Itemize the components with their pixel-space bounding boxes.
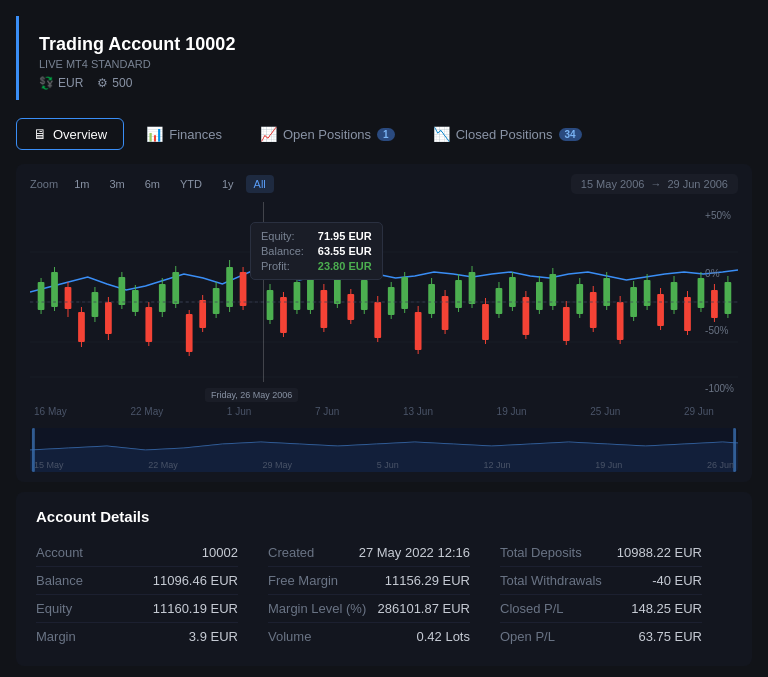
- x-label-5: 19 Jun: [497, 406, 527, 417]
- closed-positions-badge: 34: [559, 128, 582, 141]
- detail-equity: Equity 11160.19 EUR: [36, 595, 238, 623]
- details-col-1: Account 10002 Balance 11096.46 EUR Equit…: [36, 539, 268, 650]
- x-label-6: 25 Jun: [590, 406, 620, 417]
- mini-x-3: 5 Jun: [377, 460, 399, 470]
- y-label-50p: +50%: [705, 210, 734, 221]
- mini-x-6: 26 Jun: [707, 460, 734, 470]
- currency-value: EUR: [58, 76, 83, 90]
- value-equity: 11160.19 EUR: [153, 601, 238, 616]
- tooltip-equity-row: Equity: 71.95 EUR: [261, 230, 372, 242]
- account-details-section: Account Details Account 10002 Balance 11…: [16, 492, 752, 666]
- mini-x-5: 19 Jun: [595, 460, 622, 470]
- finances-icon: 📊: [146, 126, 163, 142]
- detail-total-withdrawals: Total Withdrawals -40 EUR: [500, 567, 702, 595]
- x-label-2: 1 Jun: [227, 406, 251, 417]
- account-title: Trading Account 10002: [39, 34, 732, 55]
- mini-x-0: 15 May: [34, 460, 64, 470]
- zoom-bar: Zoom 1m 3m 6m YTD 1y All 15 May 2006 → 2…: [30, 174, 738, 194]
- open-positions-badge: 1: [377, 128, 395, 141]
- label-free-margin: Free Margin: [268, 573, 338, 588]
- detail-open-pl: Open P/L 63.75 EUR: [500, 623, 702, 650]
- detail-free-margin: Free Margin 11156.29 EUR: [268, 567, 470, 595]
- detail-margin: Margin 3.9 EUR: [36, 623, 238, 650]
- main-chart[interactable]: Equity: 71.95 EUR Balance: 63.55 EUR Pro…: [30, 202, 738, 402]
- x-label-7: 29 Jun: [684, 406, 714, 417]
- label-margin: Margin: [36, 629, 76, 644]
- x-label-4: 13 Jun: [403, 406, 433, 417]
- label-margin-level: Margin Level (%): [268, 601, 366, 616]
- value-balance: 11096.46 EUR: [153, 573, 238, 588]
- y-axis: +50% 0% -50% -100%: [705, 202, 734, 402]
- date-range: 15 May 2006 → 29 Jun 2006: [571, 174, 738, 194]
- currency-icon: 💱: [39, 76, 54, 90]
- mini-x-1: 22 May: [148, 460, 178, 470]
- open-positions-icon: 📈: [260, 126, 277, 142]
- details-grid: Account 10002 Balance 11096.46 EUR Equit…: [36, 539, 732, 650]
- zoom-6m[interactable]: 6m: [137, 175, 168, 193]
- value-closed-pl: 148.25 EUR: [631, 601, 702, 616]
- details-col-3: Total Deposits 10988.22 EUR Total Withdr…: [500, 539, 732, 650]
- chart-svg: [30, 202, 738, 402]
- value-volume: 0.42 Lots: [417, 629, 471, 644]
- chart-section: Zoom 1m 3m 6m YTD 1y All 15 May 2006 → 2…: [16, 164, 752, 482]
- account-header: Trading Account 10002 LIVE MT4 STANDARD …: [16, 16, 752, 100]
- detail-balance: Balance 11096.46 EUR: [36, 567, 238, 595]
- x-label-1: 22 May: [130, 406, 163, 417]
- label-open-pl: Open P/L: [500, 629, 555, 644]
- zoom-ytd[interactable]: YTD: [172, 175, 210, 193]
- label-account: Account: [36, 545, 83, 560]
- tooltip-balance-label: Balance:: [261, 245, 304, 257]
- overview-icon: 🖥: [33, 126, 47, 142]
- nav-open-positions-label: Open Positions: [283, 127, 371, 142]
- label-equity: Equity: [36, 601, 72, 616]
- navigation: 🖥 Overview 📊 Finances 📈 Open Positions 1…: [0, 108, 768, 160]
- zoom-1y[interactable]: 1y: [214, 175, 242, 193]
- x-axis-area: Friday, 26 May 2006 16 May 22 May 1 Jun …: [30, 402, 738, 424]
- closed-positions-icon: 📉: [433, 126, 450, 142]
- value-open-pl: 63.75 EUR: [638, 629, 702, 644]
- date-to: 29 Jun 2006: [667, 178, 728, 190]
- y-label-0: 0%: [705, 268, 734, 279]
- nav-open-positions[interactable]: 📈 Open Positions 1: [244, 119, 411, 149]
- details-col-2: Created 27 May 2022 12:16 Free Margin 11…: [268, 539, 500, 650]
- detail-total-deposits: Total Deposits 10988.22 EUR: [500, 539, 702, 567]
- mini-x-4: 12 Jun: [483, 460, 510, 470]
- nav-overview[interactable]: 🖥 Overview: [16, 118, 124, 150]
- zoom-3m[interactable]: 3m: [101, 175, 132, 193]
- nav-finances[interactable]: 📊 Finances: [130, 119, 238, 149]
- value-margin: 3.9 EUR: [189, 629, 238, 644]
- cursor-date-label: Friday, 26 May 2006: [205, 388, 298, 402]
- label-total-deposits: Total Deposits: [500, 545, 582, 560]
- nav-overview-label: Overview: [53, 127, 107, 142]
- x-label-3: 7 Jun: [315, 406, 339, 417]
- tooltip-balance-row: Balance: 63.55 EUR: [261, 245, 372, 257]
- nav-closed-positions[interactable]: 📉 Closed Positions 34: [417, 119, 598, 149]
- label-created: Created: [268, 545, 314, 560]
- leverage-value: 500: [112, 76, 132, 90]
- account-meta: 💱 EUR ⚙ 500: [39, 76, 732, 90]
- tooltip-equity-value: 71.95 EUR: [318, 230, 372, 242]
- account-subtitle: LIVE MT4 STANDARD: [39, 58, 732, 70]
- mini-x-labels: 15 May 22 May 29 May 5 Jun 12 Jun 19 Jun…: [30, 460, 738, 470]
- chart-tooltip: Equity: 71.95 EUR Balance: 63.55 EUR Pro…: [250, 222, 383, 280]
- value-total-withdrawals: -40 EUR: [652, 573, 702, 588]
- value-account: 10002: [202, 545, 238, 560]
- tooltip-profit-label: Profit:: [261, 260, 290, 272]
- value-total-deposits: 10988.22 EUR: [617, 545, 702, 560]
- tooltip-profit-row: Profit: 23.80 EUR: [261, 260, 372, 272]
- label-closed-pl: Closed P/L: [500, 601, 564, 616]
- account-details-title: Account Details: [36, 508, 732, 525]
- y-label-100n: -100%: [705, 383, 734, 394]
- x-label-0: 16 May: [34, 406, 67, 417]
- value-created: 27 May 2022 12:16: [359, 545, 470, 560]
- zoom-all[interactable]: All: [246, 175, 274, 193]
- label-volume: Volume: [268, 629, 311, 644]
- tooltip-equity-label: Equity:: [261, 230, 295, 242]
- tooltip-profit-value: 23.80 EUR: [318, 260, 372, 272]
- label-balance: Balance: [36, 573, 83, 588]
- mini-chart[interactable]: 15 May 22 May 29 May 5 Jun 12 Jun 19 Jun…: [30, 428, 738, 472]
- zoom-1m[interactable]: 1m: [66, 175, 97, 193]
- nav-finances-label: Finances: [169, 127, 222, 142]
- detail-closed-pl: Closed P/L 148.25 EUR: [500, 595, 702, 623]
- value-margin-level: 286101.87 EUR: [377, 601, 470, 616]
